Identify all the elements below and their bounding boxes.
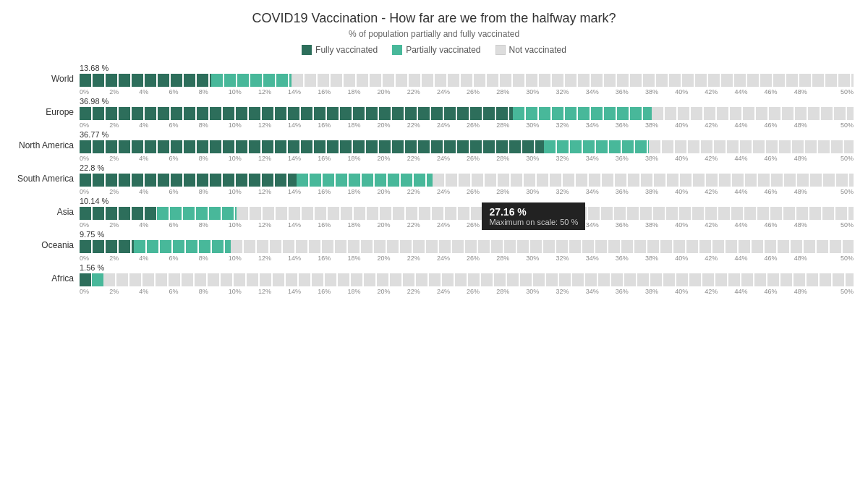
bar-area: 9.75 %0%2%4%6%8%10%12%14%16%18%20%22%24%…: [80, 230, 854, 262]
axis-tick: 46%: [765, 288, 794, 295]
axis-tick: 8%: [199, 188, 229, 195]
axis-tick: 16%: [318, 255, 347, 262]
axis-tick: 24%: [437, 155, 467, 162]
axis-tick: 30%: [526, 155, 556, 162]
not-vaccinated-bar: [433, 174, 854, 187]
axis-tick: 22%: [407, 288, 437, 295]
axis-labels: 0%2%4%6%8%10%12%14%16%18%20%22%24%26%28%…: [80, 255, 854, 262]
axis-tick: 28%: [496, 288, 526, 295]
axis-tick: 26%: [467, 121, 496, 129]
axis-tick: 48%: [794, 255, 824, 262]
fully-vaccinated-swatch: [302, 45, 312, 55]
axis-tick: 42%: [705, 288, 734, 295]
bar-track: [80, 174, 854, 187]
region-label: World: [14, 74, 80, 85]
axis-tick: 34%: [586, 88, 616, 95]
axis-tick: 24%: [437, 88, 467, 95]
chart-subtitle: % of population partially and fully vacc…: [14, 29, 854, 39]
axis-tick: 26%: [467, 221, 496, 229]
axis-tick: 36%: [616, 188, 645, 195]
axis-tick: 38%: [645, 121, 675, 129]
axis-tick: 12%: [258, 255, 288, 262]
axis-tick: 14%: [288, 255, 318, 262]
axis-tick: 10%: [229, 155, 258, 162]
legend-not: Not vaccinated: [495, 45, 566, 55]
axis-tick: 28%: [496, 155, 526, 162]
axis-tick: 32%: [556, 121, 586, 129]
axis-tick: 16%: [318, 88, 347, 95]
axis-tick: 28%: [496, 221, 526, 229]
axis-tick: 34%: [586, 121, 616, 129]
axis-tick: 28%: [496, 188, 526, 195]
fully-vaccinated-bar: [80, 140, 544, 153]
partially-vaccinated-bar: [513, 107, 652, 120]
axis-tick: 22%: [407, 121, 437, 129]
axis-tick: 36%: [616, 88, 645, 95]
axis-tick: 4%: [139, 221, 169, 229]
axis-tick: 30%: [526, 121, 556, 129]
axis-tick: 50%: [824, 288, 854, 295]
axis-tick: 38%: [645, 255, 675, 262]
axis-tick: 36%: [616, 288, 645, 295]
axis-tick: 32%: [556, 155, 586, 162]
axis-tick: 22%: [407, 88, 437, 95]
axis-tick: 16%: [318, 155, 347, 162]
chart-container: COVID19 Vaccination - How far are we fro…: [0, 0, 868, 304]
axis-tick: 20%: [378, 121, 407, 129]
axis-tick: 12%: [258, 288, 288, 295]
axis-tick: 46%: [765, 121, 794, 129]
axis-tick: 0%: [80, 221, 109, 229]
not-vaccinated-swatch: [495, 45, 506, 55]
fully-vaccinated-bar: [80, 107, 513, 120]
axis-tick: 28%: [496, 121, 526, 129]
partially-vaccinated-swatch: [392, 45, 402, 55]
axis-tick: 36%: [616, 155, 645, 162]
axis-tick: 34%: [586, 155, 616, 162]
region-label: Asia: [14, 207, 80, 218]
bar-value-label: 36.77 %: [80, 130, 854, 139]
axis-tick: 26%: [467, 288, 496, 295]
axis-tick: 50%: [824, 88, 854, 95]
axis-tick: 32%: [556, 188, 586, 195]
axis-tick: 2%: [109, 121, 139, 129]
fully-vaccinated-label: Fully vaccinated: [315, 45, 378, 55]
axis-tick: 18%: [347, 121, 377, 129]
axis-tick: 26%: [467, 155, 496, 162]
legend: Fully vaccinated Partially vaccinated No…: [14, 45, 854, 55]
axis-tick: 42%: [705, 155, 734, 162]
axis-labels: 0%2%4%6%8%10%12%14%16%18%20%22%24%26%28%…: [80, 121, 854, 129]
axis-tick: 14%: [288, 155, 318, 162]
partially-vaccinated-bar: [297, 174, 433, 187]
not-vaccinated-bar: [103, 273, 854, 286]
axis-tick: 4%: [139, 255, 169, 262]
axis-tick: 38%: [645, 188, 675, 195]
axis-tick: 22%: [407, 155, 437, 162]
chart-rows: World13.68 %0%2%4%6%8%10%12%14%16%18%20%…: [14, 64, 854, 295]
axis-tick: 44%: [734, 121, 764, 129]
axis-tick: 10%: [229, 221, 258, 229]
axis-tick: 50%: [824, 221, 854, 229]
axis-tick: 48%: [794, 188, 824, 195]
axis-tick: 40%: [675, 155, 705, 162]
axis-tick: 50%: [824, 188, 854, 195]
bar-track: [80, 140, 854, 153]
fully-vaccinated-bar: [80, 273, 92, 286]
axis-tick: 32%: [556, 221, 586, 229]
partially-vaccinated-bar: [134, 240, 231, 253]
bar-area: 10.14 %0%2%4%6%8%10%12%14%16%18%20%22%24…: [80, 197, 854, 229]
axis-tick: 40%: [675, 121, 705, 129]
partially-vaccinated-bar: [544, 140, 649, 153]
axis-labels: 0%2%4%6%8%10%12%14%16%18%20%22%24%26%28%…: [80, 88, 854, 95]
axis-tick: 24%: [437, 121, 467, 129]
axis-tick: 26%: [467, 255, 496, 262]
axis-tick: 48%: [794, 155, 824, 162]
axis-tick: 38%: [645, 288, 675, 295]
axis-tick: 50%: [824, 121, 854, 129]
axis-tick: 46%: [765, 155, 794, 162]
axis-tick: 50%: [824, 155, 854, 162]
axis-tick: 34%: [586, 188, 616, 195]
axis-tick: 12%: [258, 221, 288, 229]
not-vaccinated-bar: [231, 240, 854, 253]
axis-tick: 50%: [824, 255, 854, 262]
axis-tick: 28%: [496, 88, 526, 95]
